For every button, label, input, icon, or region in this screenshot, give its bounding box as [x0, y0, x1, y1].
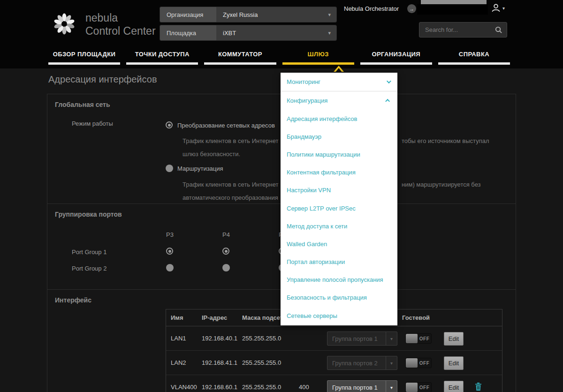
cell-name: LAN2 [171, 359, 186, 366]
brand-control-center: Control Center [85, 25, 156, 38]
menu-pointer-inner [335, 68, 342, 72]
menu-item-firewall[interactable]: Брандмауэр [281, 128, 397, 145]
menu-item-security-filtering[interactable]: Безопасность и фильтрация [281, 289, 397, 307]
header-mask: Маска подсети [242, 314, 287, 321]
menu-item-walled-garden[interactable]: Walled Garden [281, 235, 397, 253]
nat-radio[interactable] [166, 121, 173, 128]
menu-item-l2tp-server[interactable]: Сервер L2TP over IPSec [281, 199, 397, 217]
chevron-down-icon: ▾ [328, 30, 331, 36]
monitoring-label: Мониторинг [287, 78, 320, 85]
menu-item-content-filtering[interactable]: Контентная фильтрация [281, 164, 397, 181]
menu-section-configuration[interactable]: Конфигурация [281, 91, 397, 110]
menu-item-routing-policies[interactable]: Политики маршрутизации [281, 145, 397, 163]
cell-name: LAN1 [171, 335, 186, 342]
header-name: Имя [171, 314, 183, 321]
configuration-label: Конфигурация [287, 97, 327, 104]
trash-icon[interactable] [475, 383, 482, 391]
nebula-logo-icon[interactable] [53, 12, 76, 36]
panel-title: Группировка портов [55, 211, 122, 218]
toggle-state: OFF [418, 334, 431, 343]
toggle-knob [406, 358, 418, 368]
tab-site-overview[interactable]: ОБЗОР ПЛОЩАДКИ [48, 50, 120, 65]
toggle-state: OFF [418, 358, 431, 368]
edit-button[interactable]: Edit [444, 381, 464, 392]
pg2-p4-radio[interactable] [222, 264, 230, 271]
chevron-down-icon: ▾ [386, 356, 397, 369]
header-ip: IP-адрес [202, 314, 227, 321]
panel-title: Глобальная сеть [55, 101, 110, 108]
panel-title: Интерфейс [55, 296, 91, 304]
pg1-p3-radio[interactable] [166, 248, 173, 255]
header-guest: Гостевой [402, 314, 430, 321]
menu-item-vpn-settings[interactable]: Настройки VPN [281, 181, 397, 199]
cell-vlan: 400 [299, 384, 309, 391]
tab-access-points[interactable]: ТОЧКИ ДОСТУПА [126, 50, 198, 65]
cell-ip: 192.168.60.1 [202, 384, 237, 391]
menu-item-bandwidth-management[interactable]: Управление полосой пропускания [281, 271, 397, 289]
cell-ip: 192.168.41.1 [202, 359, 237, 366]
chevron-down-icon [387, 79, 391, 83]
chevron-down-icon[interactable]: ▾ [502, 6, 505, 11]
mode-label: Режим работы [72, 120, 113, 127]
routing-description-line2: автоматического преобразования [183, 194, 278, 201]
pg1-p4-radio[interactable] [222, 248, 229, 255]
port-col-p4: P4 [222, 231, 230, 238]
chevron-down-icon: ▾ [328, 12, 331, 18]
guest-toggle[interactable]: OFF [405, 358, 432, 368]
chevron-down-icon: ▾ [386, 332, 397, 345]
cell-mask: 255.255.255.0 [242, 335, 281, 342]
menu-item-captive-portal[interactable]: Портал авторизации [281, 253, 397, 271]
toggle-knob [406, 383, 418, 392]
menu-item-network-servers[interactable]: Сетевые серверы [281, 307, 397, 324]
search-icon[interactable] [495, 26, 502, 33]
cell-mask: 255.255.255.0 [242, 359, 281, 366]
site-value: iXBT ▾ [216, 25, 336, 40]
tab-organization[interactable]: ОРГАНИЗАЦИЯ [360, 50, 432, 65]
pg2-p3-radio[interactable] [166, 264, 174, 271]
menu-item-interface-addressing[interactable]: Адресация интерфейсов [281, 110, 397, 128]
organization-value: Zyxel Russia ▾ [216, 7, 336, 22]
organization-selector[interactable]: Организация Zyxel Russia ▾ [160, 7, 337, 23]
routing-description-cont: ним) маршрутизируется без [402, 181, 481, 188]
user-account-icon[interactable] [491, 3, 501, 13]
nat-description-cont: тобы его источником выступал [402, 137, 489, 144]
edit-button[interactable]: Edit [444, 332, 464, 346]
redacted-area-strip [421, 0, 487, 4]
organization-label: Организация [160, 7, 216, 22]
routing-description: Трафик клиентов в сеть Интернет [183, 181, 278, 188]
edit-button[interactable]: Edit [444, 356, 464, 370]
tab-help[interactable]: СПРАВКА [438, 50, 510, 65]
port-group-select: Группа портов 1 ▾ [327, 332, 397, 346]
routing-radio[interactable] [166, 165, 173, 172]
nat-description-line2: шлюз безопасности. [183, 151, 240, 158]
routing-option-label: Маршрутизация [177, 165, 223, 172]
table-row: VLAN400 192.168.60.1 255.255.255.0 400 Г… [166, 375, 502, 392]
table-row: LAN2 192.168.41.1 255.255.255.0 Группа п… [166, 351, 502, 375]
nat-description: Трафик клиентов в сеть Интернет [183, 137, 278, 144]
toggle-state: OFF [418, 383, 431, 392]
tab-switch[interactable]: КОММУТАТОР [204, 50, 276, 65]
site-selector[interactable]: Площадка iXBT ▾ [160, 25, 337, 41]
menu-section-monitoring[interactable]: Мониторинг [281, 73, 397, 91]
nat-option-label: Преобразование сетевых адресов [177, 122, 275, 129]
tab-gateway[interactable]: ШЛЮЗ [282, 50, 354, 65]
chevron-up-icon [385, 99, 390, 104]
port-group-1-label: Port Group 1 [72, 249, 107, 256]
cell-ip: 192.168.40.1 [202, 335, 237, 342]
page-title: Адресация интерфейсов [48, 74, 157, 85]
port-group-2-label: Port Group 2 [72, 265, 107, 272]
search-input[interactable] [419, 26, 495, 33]
cell-name: VLAN400 [171, 384, 197, 391]
table-row: LAN1 192.168.40.1 255.255.255.0 Группа п… [166, 326, 502, 351]
guest-toggle[interactable]: OFF [405, 333, 432, 344]
main-nav: ОБЗОР ПЛОЩАДКИ ТОЧКИ ДОСТУПА КОММУТАТОР … [48, 50, 510, 65]
redacted-account-name [417, 4, 488, 15]
menu-item-network-access-method[interactable]: Метод доступа к сети [281, 217, 397, 235]
port-group-select: Группа портов 2 ▾ [327, 356, 397, 370]
search-box [419, 22, 507, 38]
port-group-select[interactable]: Группа портов 1 ▾ [327, 380, 397, 392]
toggle-knob [406, 334, 418, 343]
orchestrator-switch-icon[interactable]: → [407, 4, 416, 13]
brand-nebula: nebula [85, 12, 118, 24]
guest-toggle[interactable]: OFF [405, 382, 432, 392]
